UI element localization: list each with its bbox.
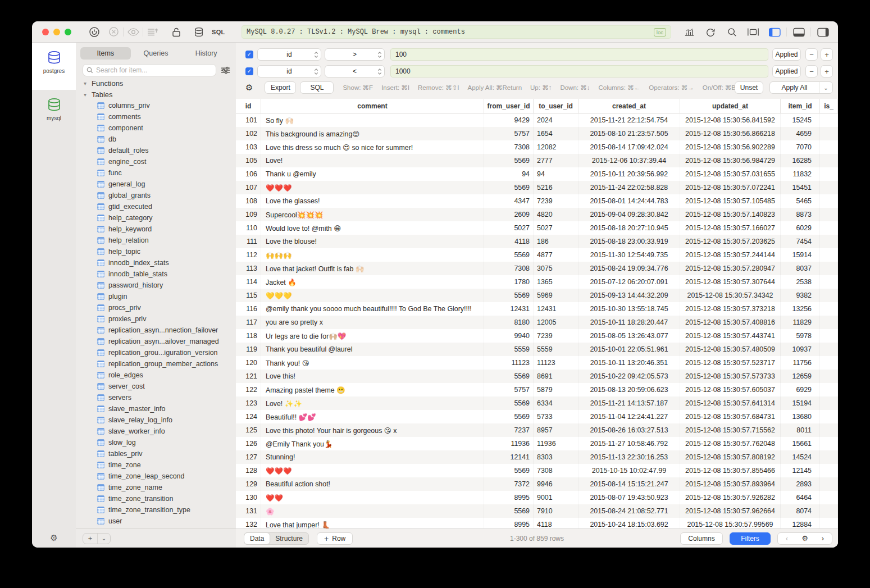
- table-row[interactable]: 123Love! ✨✨556963342015-11-21 14:13:57.1…: [236, 396, 838, 410]
- prev-page-icon[interactable]: ‹: [778, 534, 796, 543]
- connect-icon[interactable]: [85, 26, 104, 38]
- apply-all-dropdown-icon[interactable]: ⌄: [819, 82, 832, 93]
- table-row[interactable]: 125Love this photo! Your hair is gorgeou…: [236, 423, 838, 437]
- table-row[interactable]: 118Ur legs are to die for🙌🏼💖994072392015…: [236, 329, 838, 343]
- remove-filter-button[interactable]: −: [805, 65, 818, 78]
- sidebar-item-component[interactable]: component: [76, 122, 236, 134]
- sidebar-item-slave_worker_info[interactable]: slave_worker_info: [76, 426, 236, 437]
- sidebar-item-tables_priv[interactable]: tables_priv: [76, 448, 236, 459]
- close-window-button[interactable]: [42, 29, 49, 35]
- view-tab-data[interactable]: Data: [244, 533, 270, 544]
- filter-settings-gear-icon[interactable]: ⚙: [245, 83, 253, 93]
- table-row[interactable]: 132Love that jumper! 👢899541182015-10-24…: [236, 518, 838, 528]
- filter-value-input[interactable]: [390, 48, 768, 61]
- table-row[interactable]: 124Beautiful!! 💕💕556957332015-11-04 12:2…: [236, 410, 838, 423]
- connection-postgres[interactable]: postgres: [32, 43, 76, 90]
- column-header-from_user_id[interactable]: from_user_id: [484, 99, 534, 113]
- tab-history[interactable]: History: [181, 47, 231, 60]
- sidebar-item-innodb_table_stats[interactable]: innodb_table_stats: [76, 268, 236, 280]
- sidebar-item-replication_grou...iguration_version[interactable]: replication_grou...iguration_version: [76, 347, 236, 358]
- sidebar-item-db[interactable]: db: [76, 134, 236, 145]
- sidebar-item-global_grants[interactable]: global_grants: [76, 190, 236, 201]
- sidebar-item-gtid_executed[interactable]: gtid_executed: [76, 201, 236, 212]
- table-row[interactable]: 108Love the glasses!434772392015-08-01 1…: [236, 194, 838, 208]
- table-row[interactable]: 127Stunning!1214183032015-11-13 22:30:16…: [236, 450, 838, 464]
- table-row[interactable]: 114Jacket 🔥178013652015-07-12 06:20:07.0…: [236, 275, 838, 289]
- table-row[interactable]: 106Thank u @emily94942015-10-11 20:39:56…: [236, 167, 838, 181]
- table-row[interactable]: 117you are so pretty x8180120052015-10-1…: [236, 316, 838, 329]
- next-page-icon[interactable]: ›: [814, 534, 832, 543]
- table-row[interactable]: 128❤️❤️❤️556973082015-10-15 10:02:47.992…: [236, 464, 838, 477]
- table-row[interactable]: 130❤️❤️899590012015-08-07 19:43:50.92320…: [236, 491, 838, 504]
- table-row[interactable]: 109Supercool💥💥💥260948202015-09-04 09:28:…: [236, 208, 838, 221]
- column-header-item_id[interactable]: item_id: [781, 99, 820, 113]
- view-tab-structure[interactable]: Structure: [270, 533, 308, 544]
- table-settings-gear-icon[interactable]: ⚙: [796, 534, 814, 543]
- sidebar-item-time_zone_leap_second[interactable]: time_zone_leap_second: [76, 471, 236, 482]
- connection-mysql[interactable]: mysql: [32, 90, 76, 137]
- table-row[interactable]: 116@emily thank you soooo much beautiful…: [236, 302, 838, 316]
- toggle-left-panel-icon[interactable]: [765, 28, 784, 37]
- table-row[interactable]: 112🙌🙌🙌556948772015-11-30 12:54:49.735201…: [236, 248, 838, 262]
- sidebar-item-password_history[interactable]: password_history: [76, 280, 236, 291]
- filter-value-input[interactable]: [390, 65, 768, 78]
- remove-filter-button[interactable]: −: [805, 48, 818, 61]
- tree-group-tables[interactable]: ▾Tables: [76, 89, 236, 100]
- sql-button[interactable]: SQL: [300, 81, 334, 94]
- filters-button[interactable]: Filters: [730, 532, 771, 545]
- column-header-is_[interactable]: is_: [820, 99, 838, 113]
- chart-icon[interactable]: [680, 28, 699, 37]
- column-header-created_at[interactable]: created_at: [579, 99, 680, 113]
- item-search-box[interactable]: [83, 64, 216, 76]
- sidebar-item-general_log[interactable]: general_log: [76, 179, 236, 190]
- table-row[interactable]: 110Would love to! @mith 😁502750272015-08…: [236, 221, 838, 235]
- export-button[interactable]: Export: [265, 81, 296, 94]
- sidebar-item-help_keyword[interactable]: help_keyword: [76, 224, 236, 235]
- sidebar-item-time_zone_transition[interactable]: time_zone_transition: [76, 493, 236, 504]
- sidebar-item-time_zone_transition_type[interactable]: time_zone_transition_type: [76, 504, 236, 516]
- column-header-to_user_id[interactable]: to_user_id: [534, 99, 579, 113]
- filter-column-select[interactable]: id: [257, 65, 321, 78]
- sidebar-item-time_zone_name[interactable]: time_zone_name: [76, 482, 236, 493]
- table-row[interactable]: 129Beautiful action shot!737299462015-08…: [236, 477, 838, 491]
- column-header-id[interactable]: id: [236, 99, 261, 113]
- unset-button[interactable]: Unset: [735, 81, 763, 94]
- table-row[interactable]: 113Love that jacket! Outfit is fab 🙌🏻730…: [236, 262, 838, 275]
- refresh-icon[interactable]: [701, 27, 720, 37]
- sidebar-item-replication_group_member_actions[interactable]: replication_group_member_actions: [76, 358, 236, 370]
- sidebar-item-func[interactable]: func: [76, 167, 236, 179]
- column-header-updated_at[interactable]: updated_at: [680, 99, 781, 113]
- focus-mode-icon[interactable]: [744, 28, 763, 37]
- sidebar-item-slow_log[interactable]: slow_log: [76, 437, 236, 448]
- sidebar-item-slave_master_info[interactable]: slave_master_info: [76, 403, 236, 414]
- sidebar-item-columns_priv[interactable]: columns_priv: [76, 100, 236, 111]
- sidebar-item-role_edges[interactable]: role_edges: [76, 370, 236, 381]
- filter-column-select[interactable]: id: [257, 48, 321, 61]
- column-header-comment[interactable]: comment: [261, 99, 484, 113]
- columns-button[interactable]: Columns: [680, 532, 723, 545]
- applied-button[interactable]: Applied: [772, 65, 801, 78]
- add-filter-button[interactable]: +: [821, 48, 833, 61]
- tree-group-functions[interactable]: ▾Functions: [76, 78, 236, 89]
- sidebar-item-user[interactable]: user: [76, 516, 236, 527]
- database-icon[interactable]: [189, 27, 208, 37]
- table-row[interactable]: 103Love this dress so much 😍 so nice for…: [236, 140, 838, 154]
- sidebar-item-procs_priv[interactable]: procs_priv: [76, 302, 236, 313]
- sidebar-item-replication_asyn...ailover_managed[interactable]: replication_asyn...ailover_managed: [76, 336, 236, 347]
- lock-icon[interactable]: [167, 27, 186, 37]
- sidebar-item-default_roles[interactable]: default_roles: [76, 145, 236, 156]
- rail-settings-gear-icon[interactable]: ⚙: [32, 533, 76, 543]
- table-row[interactable]: 111Love the blouse!41181862015-08-18 23:…: [236, 235, 838, 248]
- table-row[interactable]: 102This background is amazing😍5757165420…: [236, 127, 838, 140]
- table-row[interactable]: 131🌸556979102015-08-24 21:08:52.7712015-…: [236, 504, 838, 518]
- table-row[interactable]: 115💛💛💛556959692015-09-13 14:44:32.209201…: [236, 289, 838, 302]
- sidebar-item-help_topic[interactable]: help_topic: [76, 246, 236, 257]
- sidebar-item-servers[interactable]: servers: [76, 392, 236, 403]
- table-row[interactable]: 107❤️❤️❤️556952162015-11-24 22:02:58.828…: [236, 181, 838, 194]
- zoom-window-button[interactable]: [65, 29, 71, 35]
- sidebar-item-engine_cost[interactable]: engine_cost: [76, 156, 236, 167]
- sidebar-item-comments[interactable]: comments: [76, 111, 236, 122]
- minimize-window-button[interactable]: [53, 29, 60, 35]
- search-input[interactable]: [96, 66, 212, 74]
- sidebar-item-proxies_priv[interactable]: proxies_priv: [76, 313, 236, 325]
